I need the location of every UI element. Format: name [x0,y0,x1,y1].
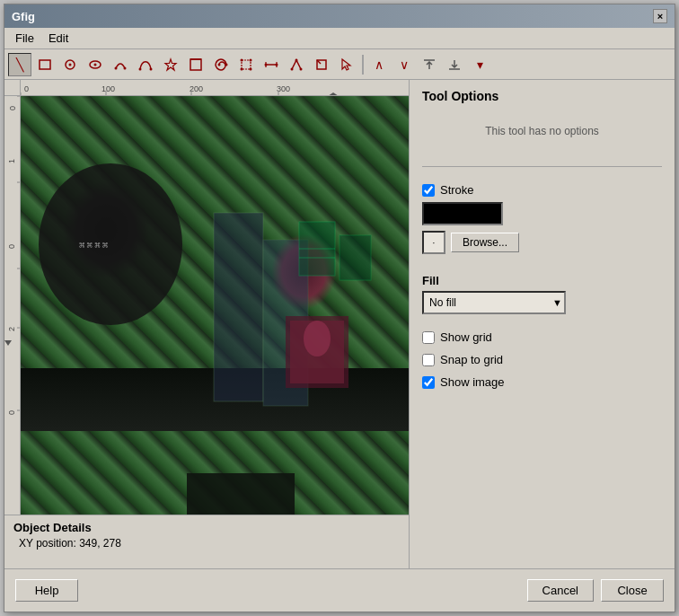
right-panel: Tool Options This tool has no options St… [409,80,675,568]
show-image-label: Show image [440,375,505,389]
stroke-label: Stroke [440,183,474,197]
main-content: 0 100 200 300 [4,80,675,568]
cancel-button[interactable]: Cancel [527,579,594,602]
select-tool-btn[interactable]: ╲ [8,53,31,76]
menu-file[interactable]: File [8,30,41,47]
show-grid-label: Show grid [440,330,492,344]
menu-edit[interactable]: Edit [41,30,75,47]
ruler-corner [4,80,21,96]
star-tool-btn[interactable] [159,53,182,76]
svg-rect-10 [190,59,201,70]
show-grid-checkbox[interactable] [422,331,435,344]
fill-dropdown[interactable]: No fill Foreground color Background colo… [422,291,566,314]
svg-point-13 [218,63,221,66]
window-close-button[interactable]: × [653,9,667,23]
svg-point-2 [69,63,72,66]
toolbar: ╲ [4,49,675,80]
svg-point-6 [124,66,127,69]
divider-1 [422,166,662,167]
move-down-btn[interactable]: ∨ [392,53,416,76]
fill-section: Fill No fill Foreground color Background… [422,274,662,314]
canvas-wrapper: 0 100 200 300 [4,80,409,515]
close-button[interactable]: Close [601,579,664,602]
svg-point-16 [250,58,252,61]
raise-top-btn[interactable] [418,53,441,76]
svg-text:1: 1 [7,159,16,163]
toolbar-separator-1 [362,55,364,75]
help-button[interactable]: Help [15,579,78,602]
transform-tool-btn[interactable] [234,53,258,76]
pointer-tool-btn[interactable] [335,53,358,76]
svg-point-5 [115,66,118,69]
snap-to-grid-checkbox[interactable] [422,354,435,366]
show-image-row: Show image [422,375,662,389]
move-up-btn[interactable]: ∧ [367,53,391,76]
svg-point-15 [241,58,243,61]
stroke-checkbox[interactable] [422,184,435,197]
snap-to-grid-label: Snap to grid [440,353,503,366]
svg-point-12 [225,63,228,66]
bezier-tool-btn[interactable] [134,53,157,76]
main-window: Gfig × File Edit ╲ [4,4,675,612]
position-value: 349, 278 [79,537,121,550]
object-details-position: XY position: 349, 278 [19,537,400,550]
svg-point-7 [139,67,142,70]
position-label: XY position: [19,537,76,550]
svg-text:2: 2 [7,327,16,331]
brush-preview[interactable]: · [422,231,445,254]
measure-tool-btn[interactable] [260,53,283,76]
ruler-horizontal: 0 100 200 300 [21,80,409,96]
svg-text:0: 0 [7,244,16,249]
show-grid-row: Show grid [422,330,662,344]
browse-button[interactable]: Browse... [451,233,519,252]
svg-text:0: 0 [24,84,29,93]
stroke-color-swatch[interactable] [422,202,503,225]
svg-rect-14 [242,60,251,69]
spiral-tool-btn[interactable] [209,53,233,76]
window-title: Gfig [12,10,35,23]
svg-rect-0 [40,60,50,69]
tool-no-options-message: This tool has no options [422,125,662,137]
object-details: Object Details XY position: 349, 278 [4,515,409,568]
stroke-section: Stroke · Browse... [422,183,662,263]
brush-row: · Browse... [422,231,662,254]
canvas-area: 0 100 200 300 [4,80,409,515]
fill-label: Fill [422,274,662,287]
ruler-vertical: 0 1 0 2 0 [4,96,21,515]
ellipse-tool-btn[interactable] [84,53,107,76]
object-details-title: Object Details [13,521,400,534]
svg-point-17 [241,67,243,70]
svg-text:0: 0 [7,410,16,415]
svg-point-26 [300,67,303,70]
show-image-checkbox[interactable] [422,376,435,389]
svg-text:0: 0 [8,106,17,110]
arc-tool-btn[interactable] [109,53,132,76]
svg-marker-9 [165,59,176,70]
bottom-bar: Help Cancel Close [4,568,675,612]
svg-text:100: 100 [101,84,115,93]
circle-tool-btn[interactable] [58,53,82,76]
left-panel: 0 100 200 300 [4,80,409,568]
fill-dropdown-wrapper: No fill Foreground color Background colo… [422,291,566,314]
svg-point-24 [291,67,294,70]
snap-to-grid-row: Snap to grid [422,353,662,366]
svg-point-4 [94,63,97,66]
svg-marker-49 [4,340,12,346]
polygon-tool-btn[interactable] [184,53,207,76]
path-tool-btn[interactable] [285,53,308,76]
canvas[interactable]: ⌘⌘⌘⌘ [21,96,409,515]
canvas-image [21,96,409,515]
right-button-group: Cancel Close [527,579,664,602]
more-options-btn[interactable]: ▾ [468,53,491,76]
rect-tool-btn[interactable] [33,53,57,76]
stroke-checkbox-row: Stroke [422,183,662,197]
lower-bottom-btn[interactable] [443,53,466,76]
object-select-btn[interactable] [310,53,333,76]
svg-point-18 [250,67,252,70]
tool-options-title: Tool Options [422,89,662,103]
options-section: Show grid Snap to grid Show image [422,330,662,394]
svg-point-8 [150,67,153,70]
menu-bar: File Edit [4,28,675,49]
svg-point-25 [295,58,298,61]
title-bar: Gfig × [4,4,675,28]
